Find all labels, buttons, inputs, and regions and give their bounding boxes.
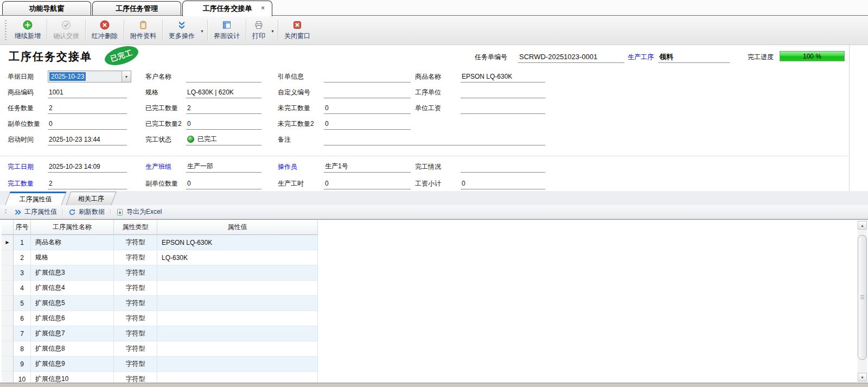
field-sub-unit-qty2: 副单位数量 0: [145, 177, 261, 189]
process-value[interactable]: 领料: [658, 51, 730, 63]
toolbar-separator: [207, 20, 208, 41]
field-sub-unit-qty: 副单位数量 0: [8, 118, 127, 130]
operator-input[interactable]: 生产1号: [324, 161, 411, 173]
column-header-value[interactable]: 属性值: [157, 220, 318, 234]
completed-stamp: 已完工: [103, 42, 141, 68]
scroll-up-icon[interactable]: [858, 221, 867, 230]
refresh-data-button[interactable]: 刷新数据: [63, 205, 110, 219]
more-actions-button[interactable]: 更多操作: [163, 18, 200, 43]
unit-wage-input[interactable]: [461, 102, 545, 114]
field-operator: 操作员 生产1号: [278, 161, 411, 173]
attributes-grid-area: 序号 工序属性名称 属性类型 属性值 1 商品名称 字符型 EPSON LQ-6…: [0, 219, 868, 383]
print-dropdown-icon[interactable]: ▼: [271, 29, 277, 33]
field-customer: 客户名称: [145, 71, 261, 83]
clipboard-icon: [138, 20, 148, 30]
field-finish-qty: 完工数量 2: [8, 177, 127, 189]
field-team: 生产班组 生产一部: [145, 161, 261, 173]
close-window-button[interactable]: 关闭窗口: [279, 16, 316, 45]
field-undone-qty: 未完工数量 0: [278, 102, 411, 114]
ref-info-input[interactable]: [324, 71, 411, 83]
table-row[interactable]: 5 扩展信息5 字符型: [2, 296, 318, 311]
close-square-icon: [292, 20, 302, 30]
tab-related-processes[interactable]: 相关工序: [66, 192, 116, 205]
table-row[interactable]: 6 扩展信息6 字符型: [2, 311, 318, 326]
ui-design-button[interactable]: 界面设计: [208, 16, 245, 45]
doc-date-combobox[interactable]: 2025-10-23: [48, 71, 131, 83]
vertical-scrollbar[interactable]: [858, 221, 867, 382]
tab-task-management[interactable]: 工序任务管理: [92, 1, 181, 15]
document-area: 工序任务交接单 已完工 任务单编号 SCRWD-20251023-0001 生产…: [0, 45, 868, 191]
header-indicator-cell: [2, 220, 14, 234]
task-no-label: 任务单编号: [475, 51, 507, 63]
scroll-down-icon[interactable]: [858, 373, 867, 382]
table-row[interactable]: 2 规格 字符型 LQ-630K: [2, 250, 318, 265]
table-row[interactable]: 7 扩展信息7 字符型: [2, 326, 318, 341]
row-indicator: [2, 357, 14, 372]
team-input[interactable]: 生产一部: [186, 161, 261, 173]
sub-unit-qty-input[interactable]: 0: [48, 118, 127, 130]
process-unit-input[interactable]: [461, 86, 545, 98]
product-name-input[interactable]: EPSON LQ-630K: [461, 71, 545, 83]
field-spec: 规格 LQ-630K | 620K: [145, 86, 261, 98]
print-button[interactable]: 打印: [247, 18, 271, 43]
done-qty2-input[interactable]: 0: [186, 118, 261, 130]
page-title: 工序任务交接单: [9, 49, 92, 64]
table-row[interactable]: 3 扩展信息3 字符型: [2, 265, 318, 281]
sub-unit-qty2-input[interactable]: 0: [186, 177, 261, 189]
undone-qty2-input[interactable]: 0: [324, 118, 411, 130]
column-header-type[interactable]: 属性类型: [114, 220, 157, 234]
attributes-table: 序号 工序属性名称 属性类型 属性值 1 商品名称 字符型 EPSON LQ-6…: [2, 220, 318, 383]
window-bottom-edge: [0, 383, 868, 387]
custom-no-input[interactable]: [324, 86, 411, 98]
process-link[interactable]: 生产工序: [628, 51, 654, 63]
finish-qty-input[interactable]: 2: [48, 177, 127, 189]
wage-subtotal-input[interactable]: 0: [461, 177, 545, 189]
row-indicator: [2, 281, 14, 296]
confirm-handover-button[interactable]: 确认交接: [48, 16, 85, 45]
spec-input[interactable]: LQ-630K | 620K: [186, 86, 261, 98]
toolbar-separator: [47, 20, 47, 41]
field-custom-no: 自定义编号: [278, 86, 411, 98]
attachments-button[interactable]: 附件资料: [125, 16, 162, 45]
table-row[interactable]: 8 扩展信息8 字符型: [2, 341, 318, 357]
table-row[interactable]: 10 扩展信息10 字符型: [2, 372, 318, 383]
delete-circle-icon: [100, 20, 110, 30]
finish-info-input[interactable]: [461, 161, 545, 173]
scrollbar-thumb[interactable]: [858, 235, 867, 360]
toolbar-separator: [62, 209, 63, 215]
tab-process-attributes[interactable]: 工序属性值: [5, 192, 66, 205]
progress-text: 100 %: [803, 53, 821, 60]
finish-date-input[interactable]: 2025-10-23 14:09: [48, 161, 127, 173]
done-qty-input[interactable]: 2: [186, 102, 261, 114]
task-qty-input[interactable]: 2: [48, 102, 127, 114]
work-hours-input[interactable]: 0: [324, 177, 411, 189]
remark-input[interactable]: [324, 134, 545, 145]
column-header-no[interactable]: 序号: [14, 220, 31, 234]
field-wage-subtotal: 工资小计 0: [415, 177, 545, 189]
table-row[interactable]: 9 扩展信息9 字符型: [2, 357, 318, 372]
task-no-value[interactable]: SCRWD-20251023-0001: [518, 51, 624, 63]
tab-nav-window[interactable]: 功能导航窗: [2, 1, 91, 15]
start-time-input[interactable]: 2025-10-23 13:44: [48, 134, 127, 145]
table-row[interactable]: 1 商品名称 字符型 EPSON LQ-630K: [2, 235, 318, 250]
row-indicator: [2, 265, 14, 281]
progress-bar: 100 %: [780, 51, 845, 61]
red-delete-button[interactable]: 红冲删除: [86, 16, 123, 45]
tab-task-handover[interactable]: 工序任务交接单 ×: [182, 1, 272, 16]
tab-close-icon[interactable]: ×: [261, 4, 265, 12]
customer-input[interactable]: [186, 71, 261, 83]
continue-add-button[interactable]: 继续新增: [9, 16, 46, 45]
layout-icon: [222, 20, 232, 30]
export-excel-button[interactable]: 导出为Excel: [111, 205, 167, 219]
status-value: 已完工: [186, 134, 261, 145]
table-row[interactable]: 4 扩展信息4 字符型: [2, 281, 318, 296]
product-code-input[interactable]: 1001: [48, 86, 127, 98]
field-status: 完工状态 已完工: [145, 134, 261, 145]
combo-dropdown-button[interactable]: [122, 71, 131, 82]
process-attributes-action[interactable]: 工序属性值: [9, 205, 62, 219]
section-divider: [0, 156, 848, 156]
column-header-name[interactable]: 工序属性名称: [31, 220, 114, 234]
undone-qty-input[interactable]: 0: [324, 102, 411, 114]
add-circle-icon: [23, 20, 33, 30]
more-actions-dropdown-icon[interactable]: ▼: [200, 29, 207, 33]
